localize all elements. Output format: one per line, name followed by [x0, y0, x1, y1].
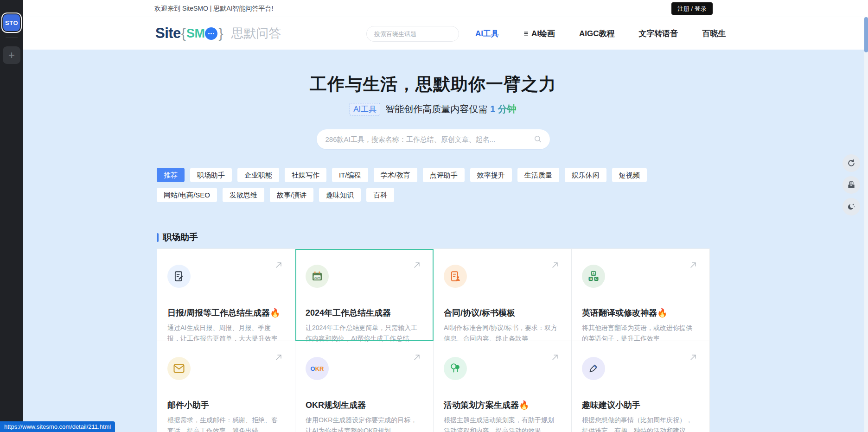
open-arrow-icon[interactable]	[550, 353, 560, 362]
nav-item-tts[interactable]: 文字转语音	[639, 28, 678, 39]
open-arrow-icon[interactable]	[689, 260, 698, 270]
filter-tag-review[interactable]: 点评助手	[423, 168, 465, 182]
abc-blocks-icon: ABC	[582, 265, 605, 288]
open-arrow-icon[interactable]	[412, 353, 421, 362]
chat-bubble-icon	[205, 27, 217, 40]
sidebar-divider	[6, 38, 18, 38]
section-header: 职场助手	[157, 231, 709, 243]
envelope-icon	[167, 357, 191, 380]
app-sidebar: STO +	[0, 0, 23, 432]
site-header: Site { SM } 思默问答 AI工具 AI绘画 AIGC教程 文字转语音 …	[23, 17, 868, 50]
main-content: 工作与生活，思默助你一臂之力 AI工具 智能创作高质量内容仅需 1 分钟 推荐 …	[23, 50, 868, 432]
nav-item-ai-painting[interactable]: AI绘画	[523, 28, 555, 39]
topic-search-box[interactable]	[366, 26, 459, 42]
tool-card[interactable]: 活动策划方案生成器🔥 根据主题生成活动策划案，有助于规划活动流程和内容，提高活动…	[434, 341, 572, 432]
tool-search-box[interactable]	[317, 129, 550, 149]
inbox-button[interactable]	[842, 176, 860, 194]
card-description: 根据需求，生成邮件：感谢、拒绝、客套话。提高工作效率，避免出错	[167, 415, 284, 432]
open-arrow-icon[interactable]	[689, 353, 698, 362]
floating-toolbar	[842, 154, 860, 216]
dark-mode-button[interactable]	[842, 198, 860, 216]
open-arrow-icon[interactable]	[412, 260, 421, 270]
card-description: 根据您想做的事情（比如周年庆祝），提供难忘、有趣、独特的活动和建议	[582, 415, 698, 432]
card-description: 使用OKR生成器设定你要完成的目标，让AI为你生成完整的OKR规划	[306, 415, 422, 432]
refresh-icon	[847, 159, 856, 168]
main-nav: AI工具 AI绘画 AIGC教程 文字转语音 百晓生	[475, 17, 726, 50]
site-logo[interactable]: Site { SM } 思默问答	[155, 23, 281, 44]
hero-highlight: 1 分钟	[490, 103, 517, 115]
hero-subtitle: AI工具 智能创作高质量内容仅需 1 分钟	[157, 103, 709, 115]
tool-card[interactable]: 趣味建议小助手 根据您想做的事情（比如周年庆祝），提供难忘、有趣、独特的活动和建…	[572, 341, 710, 432]
open-arrow-icon[interactable]	[274, 353, 283, 362]
filter-tag-enterprise[interactable]: 企业职能	[237, 168, 279, 182]
filter-tag-divergent-thinking[interactable]: 发散思维	[223, 188, 264, 202]
card-title: 2024年工作总结生成器	[306, 307, 422, 318]
card-title: 邮件小助手	[167, 400, 284, 411]
filter-tag-fun-knowledge[interactable]: 趣味知识	[319, 188, 361, 202]
tool-search-input[interactable]	[326, 135, 534, 143]
card-description: 根据主题生成活动策划案，有助于规划活动流程和内容，提高活动的效果	[444, 415, 560, 432]
refresh-button[interactable]	[842, 154, 860, 172]
filter-tag-story-speech[interactable]: 故事/演讲	[270, 188, 313, 202]
tool-card[interactable]: 合同/协议/标书模板 AI制作标准合同/协议/标书，要求：双方信息、合同内容、终…	[434, 249, 572, 341]
scrollbar-thumb[interactable]	[864, 17, 868, 52]
balloons-icon	[444, 357, 467, 380]
filter-tag-workplace[interactable]: 职场助手	[190, 168, 232, 182]
card-title: 英语翻译或修改神器🔥	[582, 307, 698, 318]
moon-stars-icon	[847, 202, 856, 211]
logo-site-text: Site	[155, 25, 181, 42]
filter-tag-short-video[interactable]: 短视频	[612, 168, 647, 182]
logo-brace-close: }	[218, 25, 223, 41]
svg-text:A: A	[593, 272, 595, 275]
tool-card[interactable]: ABC 英语翻译或修改神器🔥 将其他语言翻译为英语，或改进你提供的英语句子，提升…	[572, 249, 710, 341]
welcome-text: 欢迎来到 SiteSMO | 思默AI智能问答平台!	[154, 0, 273, 17]
filter-tag-encyclopedia[interactable]: 百科	[366, 188, 394, 202]
tool-card[interactable]: 日报/周报等工作总结生成器🔥 通过AI生成日报、周报、月报、季度报，让工作报告更…	[157, 249, 295, 341]
filter-tag-academic[interactable]: 学术/教育	[374, 168, 417, 182]
hero-title: 工作与生活，思默助你一臂之力	[157, 50, 709, 96]
list-icon	[523, 31, 529, 37]
pencil-note-icon	[582, 357, 605, 380]
tool-card[interactable]: OKR OKR规划生成器 使用OKR生成器设定你要完成的目标，让AI为你生成完整…	[295, 341, 434, 432]
card-title: OKR规划生成器	[306, 400, 422, 411]
card-title: 趣味建议小助手	[582, 400, 698, 411]
add-app-button[interactable]: +	[3, 46, 20, 64]
section-accent-bar	[157, 233, 159, 242]
open-arrow-icon[interactable]	[550, 260, 560, 270]
logo-smo-text: SM	[186, 26, 205, 41]
filter-tag-efficiency[interactable]: 效率提升	[470, 168, 512, 182]
card-title: 活动策划方案生成器🔥	[444, 400, 560, 411]
topic-search-input[interactable]	[374, 31, 456, 38]
filter-tag-recommended[interactable]: 推荐	[157, 168, 185, 182]
filter-tag-entertainment[interactable]: 娱乐休闲	[565, 168, 606, 182]
search-icon	[534, 135, 542, 144]
tool-card-selected[interactable]: 2024 2024年工作总结生成器 让2024年工作总结更简单，只需输入工作内容…	[295, 249, 434, 341]
open-arrow-icon[interactable]	[274, 260, 283, 270]
section-title: 职场助手	[163, 231, 198, 243]
sidebar-active-app[interactable]: STO	[1, 13, 22, 33]
filter-tag-social-media[interactable]: 社媒写作	[285, 168, 326, 182]
okr-icon: OKR	[306, 357, 329, 380]
register-login-button[interactable]: 注册 / 登录	[671, 2, 713, 15]
ai-tools-chip[interactable]: AI工具	[350, 103, 380, 115]
nav-item-baixiaosheng[interactable]: 百晓生	[702, 28, 726, 39]
logo-cn-name: 思默问答	[231, 25, 281, 42]
filter-tag-life-quality[interactable]: 生活质量	[517, 168, 559, 182]
category-filters: 推荐 职场助手 企业职能 社媒写作 IT/编程 学术/教育 点评助手 效率提升 …	[157, 168, 709, 202]
filter-tag-web-seo[interactable]: 网站/电商/SEO	[157, 188, 217, 202]
nav-item-aigc-tutorial[interactable]: AIGC教程	[579, 28, 615, 39]
card-description: 让2024年工作总结更简单，只需输入工作内容和岗位，AI帮你生成工作总结	[306, 323, 422, 344]
tool-card-grid: 日报/周报等工作总结生成器🔥 通过AI生成日报、周报、月报、季度报，让工作报告更…	[157, 248, 710, 432]
tool-card[interactable]: 邮件小助手 根据需求，生成邮件：感谢、拒绝、客套话。提高工作效率，避免出错	[157, 341, 295, 432]
status-bar-url: https://www.sitesmo.com/detail/211.html	[0, 421, 115, 432]
svg-text:2024: 2024	[314, 276, 320, 279]
filter-tag-it-coding[interactable]: IT/编程	[332, 168, 368, 182]
hero-subtitle-text: 智能创作高质量内容仅需	[385, 103, 487, 115]
card-title: 日报/周报等工作总结生成器🔥	[167, 307, 284, 318]
logo-brace-open: {	[181, 25, 186, 41]
scrollbar-track[interactable]	[864, 17, 868, 432]
nav-item-ai-tools[interactable]: AI工具	[475, 28, 499, 39]
svg-text:B: B	[590, 277, 592, 280]
sto-logo-icon: STO	[3, 14, 20, 31]
report-edit-icon	[167, 265, 191, 288]
